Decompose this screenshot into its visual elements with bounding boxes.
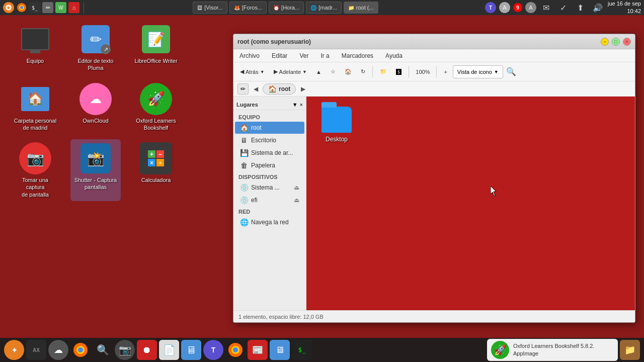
- libreoffice-icon[interactable]: W: [55, 2, 66, 13]
- desktop-icon-equipo[interactable]: Equipo: [10, 20, 60, 75]
- dock-terminal[interactable]: $_: [292, 340, 312, 360]
- dock-star[interactable]: ✦: [4, 340, 24, 360]
- sidebar-item-papelera[interactable]: 🗑 Papelera: [235, 159, 304, 171]
- dock-recorder[interactable]: ⏺: [137, 340, 157, 360]
- search-button[interactable]: 🔍: [505, 66, 517, 78]
- efi-eject-icon[interactable]: ⏏: [294, 197, 299, 204]
- desktop-icon-calc[interactable]: + − × = Calculadora: [131, 139, 181, 201]
- taskbar-top: ✦ $_ ✏ W ⌂ 🖼 [Visor...: [0, 0, 644, 15]
- fm-content: Desktop: [306, 97, 635, 310]
- location-next-arrow[interactable]: ▶: [298, 84, 308, 94]
- toolbar-separator-3: [436, 66, 437, 78]
- svg-text:+: +: [150, 151, 153, 158]
- dock-firefox2[interactable]: [225, 340, 246, 360]
- sidebar-item-root[interactable]: 🏠 root: [235, 122, 304, 134]
- svg-text:✦: ✦: [7, 6, 11, 11]
- fm-window-btns: − □ ×: [601, 38, 631, 46]
- visor-app-btn[interactable]: 🖼 [Visor...: [193, 2, 227, 14]
- dock-owncloud[interactable]: ☁: [48, 340, 68, 360]
- dock-search[interactable]: 🔍: [93, 340, 113, 360]
- view-selector[interactable]: Vista de icono ▼: [453, 65, 503, 78]
- toolbar-separator-1: [372, 66, 373, 78]
- account2-icon[interactable]: A: [525, 2, 536, 13]
- dock-file[interactable]: 📄: [159, 340, 179, 360]
- dock-nemo[interactable]: 🖥: [181, 340, 201, 360]
- root-text: root: [251, 124, 262, 131]
- oxford-dock-notification[interactable]: 🚀 Oxford Learners Bookshelf 5.8.2. AppIm…: [487, 339, 618, 361]
- volume-tray-icon[interactable]: 🔊: [591, 1, 605, 15]
- desktop-icon-shutter[interactable]: 📸 Shutter - Captura pantallas: [70, 139, 121, 201]
- refresh-button[interactable]: ↻: [357, 65, 369, 79]
- sidebar-item-navega-red[interactable]: 🌐 Navega la red: [235, 216, 304, 228]
- desktop-icon-owncloud[interactable]: ☁ OwnCloud: [70, 80, 121, 135]
- maximize-button[interactable]: □: [612, 38, 620, 46]
- madrid-app-btn[interactable]: 🌐 [madr...: [306, 2, 342, 14]
- dock-firefox[interactable]: [70, 340, 91, 360]
- up-button[interactable]: ▲: [312, 65, 325, 79]
- menu-archivo[interactable]: Archivo: [237, 51, 262, 60]
- lugares-dropdown-icon[interactable]: ▼: [292, 102, 298, 108]
- check-tray-icon[interactable]: ✓: [556, 1, 571, 15]
- editor-icon[interactable]: ✏: [42, 2, 53, 13]
- terminal-icon[interactable]: $_: [29, 2, 40, 13]
- back-icon: ◀: [240, 68, 244, 75]
- dock-camera[interactable]: 📷: [115, 340, 135, 360]
- desktop-icon-captura[interactable]: 📷 Tomar una captura de pantalla: [10, 139, 60, 201]
- sistema-eject-icon[interactable]: ⏏: [294, 184, 299, 191]
- desktop-icon-carpeta[interactable]: 🏠 Carpeta personal de madrid: [10, 80, 60, 135]
- desktop-icon-oxford[interactable]: 🚀 Oxford Learners Bookshelf: [131, 80, 181, 135]
- foros-app-btn[interactable]: 🦊 [Foros...: [229, 2, 267, 14]
- papelera-icon: 🗑: [240, 161, 248, 169]
- sidebar-item-sistema[interactable]: 💿 Sistema ... ⏏: [235, 182, 304, 194]
- sidebar-item-escritorio[interactable]: 🖥 Escritorio: [235, 134, 304, 146]
- menu-editar[interactable]: Editar: [270, 51, 289, 60]
- sidebar-item-efi[interactable]: 💿 efi ⏏: [235, 194, 304, 206]
- desktop-icon-editor[interactable]: ✏ ↗ Editor de texto Pluma: [70, 20, 121, 75]
- mail-tray-icon[interactable]: ✉: [539, 1, 553, 15]
- dock-nemo2[interactable]: 📁: [620, 340, 640, 360]
- menu-ir-a[interactable]: Ir a: [318, 51, 331, 60]
- system-menu-icon[interactable]: ✦: [3, 2, 14, 13]
- home-toolbar-button[interactable]: 🏠: [341, 65, 355, 79]
- root-icon: 🏠: [240, 124, 248, 132]
- sistema-text: Sistema ...: [251, 184, 280, 191]
- libreoffice-label: LibreOffice Writer: [134, 57, 177, 64]
- dock-reader[interactable]: 📰: [248, 340, 268, 360]
- notification-badge[interactable]: 9: [513, 3, 522, 12]
- dock-desktop[interactable]: 🖥: [270, 340, 290, 360]
- home-icon: 🏠: [345, 68, 352, 75]
- root-app-btn[interactable]: 📁 root (...: [344, 2, 378, 14]
- desktop-icon-libreoffice[interactable]: 📝 LibreOffice Writer: [131, 20, 181, 75]
- terminal-button[interactable]: $: [392, 65, 405, 79]
- escritorio-icon: 🖥: [240, 136, 248, 144]
- close-button[interactable]: ×: [623, 38, 631, 46]
- bookmark-button[interactable]: ☆: [327, 65, 339, 79]
- libreoffice-app-icon: 📝: [142, 25, 170, 53]
- location-prev-arrow[interactable]: ◀: [251, 84, 261, 94]
- new-btn[interactable]: +: [440, 65, 450, 79]
- desktop-folder-item[interactable]: Desktop: [316, 107, 357, 143]
- update-tray-icon[interactable]: ⬆: [574, 1, 588, 15]
- hora-app-btn[interactable]: ⏰ [Hora...: [269, 2, 304, 14]
- forward-button[interactable]: ▶ Adelante ▼: [270, 65, 310, 79]
- shutter-icon[interactable]: ⌂: [68, 2, 79, 13]
- sidebar-section-dispositivos: Dispositivos: [233, 172, 306, 181]
- dock-teams[interactable]: T: [203, 340, 223, 360]
- firefox-icon[interactable]: [16, 2, 27, 13]
- captura-app-icon: 📷: [19, 142, 51, 174]
- sidebar-item-sistema-ar[interactable]: 💾 Sistema de ar...: [235, 147, 304, 159]
- menu-ver[interactable]: Ver: [297, 51, 310, 60]
- minimize-button[interactable]: −: [601, 38, 609, 46]
- dock-axiom[interactable]: AX: [26, 340, 46, 360]
- new-folder-button[interactable]: 📁: [376, 65, 390, 79]
- back-button[interactable]: ◀ Atrás ▼: [236, 65, 268, 79]
- account-icon[interactable]: A: [499, 2, 510, 13]
- svg-text:×: ×: [150, 159, 153, 166]
- menu-marcadores[interactable]: Marcadores: [340, 51, 375, 60]
- location-edit-button[interactable]: ✏: [237, 83, 249, 95]
- teams-icon[interactable]: T: [485, 2, 496, 13]
- lugares-close-icon[interactable]: ×: [300, 102, 303, 108]
- oxford-app-icon: 🚀: [140, 83, 172, 115]
- desktop: ✦ $_ ✏ W ⌂ 🖼 [Visor...: [0, 0, 644, 362]
- menu-ayuda[interactable]: Ayuda: [383, 51, 405, 60]
